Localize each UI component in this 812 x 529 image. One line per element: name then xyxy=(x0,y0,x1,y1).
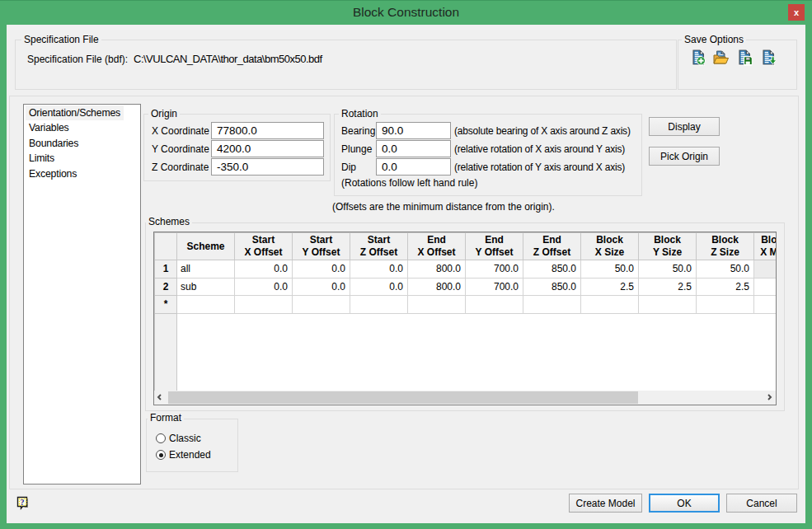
svg-text:?: ? xyxy=(21,498,25,507)
